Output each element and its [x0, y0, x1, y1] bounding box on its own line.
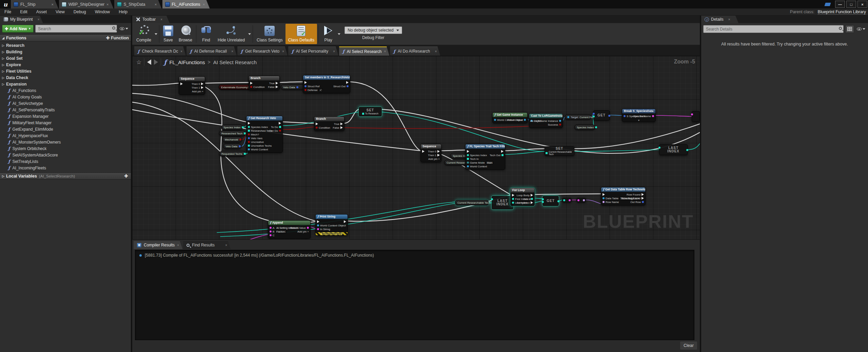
graph-node-get-data-table-row[interactable]: ƒGet Data Table Row TechnologyListData T… [601, 187, 646, 205]
favorite-star-icon[interactable]: ☆ [136, 59, 141, 66]
breadcrumb-root[interactable]: FL_AIFunctions [169, 59, 205, 65]
parent-class-link[interactable]: Blueprint Function Library [818, 10, 866, 15]
compile-dropdown[interactable] [155, 33, 157, 35]
menu-item-help[interactable]: Help [114, 10, 132, 14]
menu-item-window[interactable]: Window [91, 10, 114, 14]
graph-node-fl-species-trait-tech-filter[interactable]: ƒFL Species Trait Tech FilterSpecies Ind… [465, 144, 505, 170]
graph-node-pill-veto-data-1[interactable]: Veto Data [281, 85, 304, 90]
graph-node-set-current-researchable[interactable]: SETCurrent Researchable Tech [545, 146, 574, 156]
function-tab-ai-select-research[interactable]: ƒAI Select Research× [339, 47, 389, 56]
close-icon[interactable]: × [384, 50, 386, 53]
close-icon[interactable]: × [225, 243, 227, 247]
function-tab-check-research-dc[interactable]: ƒCheck Research Dc× [134, 47, 186, 56]
class-settings-button[interactable]: Class Settings [254, 24, 285, 44]
sidebar-category-goal-set[interactable]: ▷Goal Set [0, 55, 131, 61]
node-expander-icon[interactable]: ▼ [622, 119, 655, 122]
save-button[interactable]: Save [160, 24, 176, 44]
graph-node-pill-species-index-1[interactable]: Species Index [221, 125, 243, 130]
add-function-button[interactable]: ✚ Function [106, 35, 129, 40]
graph-node-branch-2[interactable]: BranchConditionTrueFalse [314, 116, 344, 131]
sidebar-category-expansion[interactable]: ▷Expansion [0, 81, 131, 87]
compiler-results-log[interactable]: [5881.73] Compile of FL_AIFunctions succ… [135, 250, 694, 340]
sidebar-function-system-orbitcheck[interactable]: ƒSystem Orbitcheck [0, 145, 131, 152]
asset-tab-fl-aifunctions[interactable]: FL_AIFunctions× [162, 0, 210, 8]
close-icon[interactable]: × [155, 2, 157, 6]
sidebar-function-ai-setpersonalitytraits[interactable]: ƒAI_SetPersonalityTraits [0, 107, 131, 113]
close-icon[interactable]: × [106, 2, 108, 6]
graph-node-get-element-1[interactable]: GET [593, 110, 610, 121]
close-icon[interactable]: × [52, 2, 54, 6]
asset-tab-wbp-shipdesigner[interactable]: WBP_ShipDesigner× [59, 0, 114, 8]
sidebar-function-setaisystemattackscore[interactable]: ƒSetAISystemAttackScore [0, 152, 131, 158]
graph-node-pill-researched-tech[interactable]: Researched Tech [219, 131, 245, 136]
add-local-variable-button[interactable]: ✚ [123, 173, 129, 179]
sidebar-category-data-check[interactable]: ▷Data Check [0, 74, 131, 81]
graph-node-pill-species-index-2[interactable]: Species Index [574, 125, 595, 130]
add-new-button[interactable]: ✚ Add New ▼ [2, 25, 34, 33]
graph-node-edge-stub-node[interactable] [692, 111, 700, 122]
close-icon[interactable]: × [282, 50, 284, 53]
blueprint-graph-canvas[interactable]: ☆ ƒ FL_AIFunctions > AI Select Research … [132, 56, 700, 240]
graph-node-pill-current-factions[interactable]: TargetCurrent Factions [565, 114, 591, 120]
sidebar-category-explore[interactable]: ▷Explore [0, 61, 131, 68]
hide-unrelated-button[interactable]: Hide Unrelated [215, 24, 248, 44]
close-icon[interactable]: × [160, 18, 162, 21]
graph-node-conv-node-1[interactable] [562, 198, 572, 202]
graph-node-pill-current-researchable-2[interactable]: Current Researchable Tech [455, 200, 489, 205]
graph-node-set-members-researchvetovars[interactable]: Set members in S_ResearchVetoVarsStruct … [303, 75, 350, 93]
graph-node-get-game-instance[interactable]: ƒGet Game InstanceWorld Context ObjectRe… [492, 112, 528, 123]
close-icon[interactable]: × [203, 2, 205, 6]
graph-node-pill-requested-techs[interactable]: Requested Techs [219, 151, 245, 156]
sidebar-category-fleet-utilities[interactable]: ▷Fleet Utilities [0, 68, 131, 74]
sidebar-category-building[interactable]: ▷Building [0, 49, 131, 55]
close-icon[interactable]: × [177, 243, 179, 247]
display-options-button[interactable] [845, 25, 854, 33]
graph-node-branch-1[interactable]: BranchConditionTrueFalse [249, 76, 280, 90]
graph-node-for-loop[interactable]: For LoopFirst Index0Last IndexLoop BodyI… [510, 188, 535, 206]
minimize-button[interactable]: — [835, 1, 845, 8]
sidebar-function-ai-monstersystemowners[interactable]: ƒAI_MonsterSystemOwners [0, 139, 131, 145]
close-icon[interactable]: × [231, 50, 233, 53]
find-button[interactable]: Find [197, 24, 215, 44]
graph-node-sequence-2[interactable]: SequenceThen 0Then 1Add pin + [420, 144, 441, 162]
browse-button[interactable]: Browse [176, 24, 195, 44]
close-icon[interactable]: × [180, 50, 182, 53]
sidebar-function-expansion-manager[interactable]: ƒExpansion Manager [0, 113, 131, 119]
sidebar-category-research[interactable]: ▷Research [0, 42, 131, 49]
graph-node-get-research-veto[interactable]: ƒGet Research VetoSpecies IndexResearche… [246, 116, 283, 153]
tutorial-icon[interactable] [824, 3, 831, 6]
graph-node-break-speciesdata[interactable]: Break S_SpeciesDataS Species DataSpecies… [622, 109, 656, 122]
breadcrumb-current[interactable]: AI Select Research [213, 59, 257, 65]
close-button[interactable]: × [857, 1, 867, 8]
view-options-button[interactable] [856, 25, 866, 33]
sidebar-function-ai-incomingfleets[interactable]: ƒAI_IncomingFleets [0, 165, 131, 171]
tab-my-blueprint[interactable]: My Blueprint × [0, 16, 43, 23]
clear-button[interactable]: Clear [680, 341, 697, 350]
graph-node-get-element-2[interactable]: GET [542, 196, 559, 206]
function-tab-ai-set-personality[interactable]: ƒAI Set Personality× [288, 47, 338, 56]
graph-node-sequence-1[interactable]: SequenceThen 0Then 1Add pin + [179, 76, 205, 95]
sidebar-function-ai-functions[interactable]: ƒAI_Functions [0, 87, 131, 94]
asset-tab-s-shipdata[interactable]: S_ShipData× [114, 0, 162, 8]
compile-button[interactable]: Compile [134, 24, 154, 44]
menu-item-asset[interactable]: Asset [32, 10, 51, 14]
close-icon[interactable]: × [38, 18, 40, 21]
menu-item-file[interactable]: File [0, 10, 16, 14]
tab-toolbar[interactable]: Toolbar × [132, 16, 170, 23]
output-tab-find-results[interactable]: Find Results× [183, 241, 231, 249]
back-arrow-icon[interactable] [147, 59, 151, 65]
play-dropdown[interactable] [338, 33, 340, 35]
hide-unrelated-dropdown[interactable] [248, 33, 251, 35]
debug-object-dropdown[interactable]: No debug object selected [344, 26, 402, 34]
sidebar-function-militaryfleet-manager[interactable]: ƒMilitaryFleet Manager [0, 119, 131, 126]
function-tab-get-research-veto[interactable]: ƒGet Research Veto× [237, 47, 288, 56]
sidebar-function-ai-setarchetype[interactable]: ƒAI_SetArchetype [0, 100, 131, 107]
function-tab-ai-defense-recall[interactable]: ƒAI Defense Recall× [186, 47, 237, 56]
details-search-input[interactable] [703, 25, 844, 33]
class-defaults-button[interactable]: Class Defaults [285, 24, 317, 44]
graph-node-append[interactable]: ƒAppendAAI Setting research:BFaction:CRe… [268, 220, 311, 239]
menu-item-debug[interactable]: Debug [69, 10, 91, 14]
graph-node-set-to-research[interactable]: SETTo Research [359, 107, 382, 116]
sidebar-function-ai-hyperspaceflux[interactable]: ƒAI_HyperspaceFlux [0, 132, 131, 139]
sidebar-function-getexpand-elimmode[interactable]: ƒGetExpand_ElimMode [0, 126, 131, 132]
